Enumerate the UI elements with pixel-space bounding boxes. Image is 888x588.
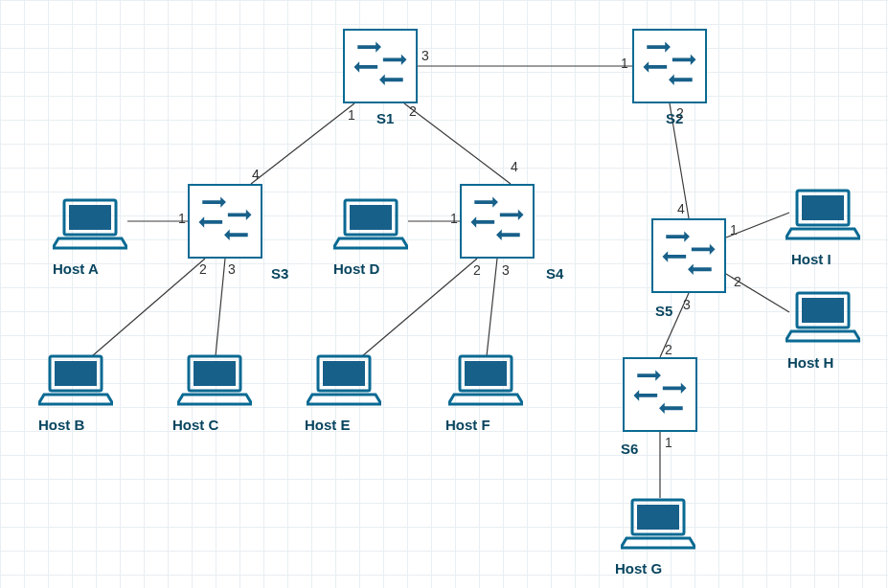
laptop-icon — [38, 352, 113, 408]
label-s1: S1 — [376, 110, 394, 126]
label-host-i: Host I — [791, 251, 831, 267]
switch-icon — [653, 220, 724, 291]
label-host-a: Host A — [53, 260, 99, 277]
port-label: 4 — [677, 201, 685, 216]
label-s3: S3 — [271, 265, 288, 282]
label-s6: S6 — [621, 441, 638, 457]
link-S1-S3 — [251, 103, 354, 184]
port-label: 1 — [348, 107, 355, 123]
port-label: 2 — [409, 103, 417, 119]
laptop-icon — [786, 289, 860, 345]
host-g — [621, 496, 695, 552]
host-d — [333, 196, 408, 252]
port-label: 2 — [676, 105, 684, 121]
link-S4-HostF — [487, 259, 497, 356]
port-label: 4 — [252, 167, 260, 182]
host-b — [38, 352, 113, 408]
switch-icon — [625, 359, 695, 430]
host-i — [786, 187, 860, 242]
svg-rect-17 — [802, 195, 844, 220]
port-label: 1 — [450, 211, 458, 226]
port-label: 2 — [473, 262, 481, 278]
port-label: 2 — [199, 261, 207, 277]
switch-s6 — [623, 357, 697, 432]
laptop-icon — [177, 352, 252, 408]
switch-s2 — [632, 29, 707, 103]
switch-s3 — [188, 184, 262, 259]
host-c — [177, 352, 252, 408]
laptop-icon — [307, 352, 381, 408]
label-host-h: Host H — [787, 354, 833, 371]
host-a — [53, 196, 127, 252]
host-h — [786, 289, 860, 345]
laptop-icon — [333, 196, 408, 252]
laptop-icon — [621, 496, 695, 552]
svg-rect-1 — [69, 205, 111, 230]
link-S1-S4 — [404, 103, 511, 184]
label-host-d: Host D — [333, 260, 379, 277]
host-f — [448, 352, 523, 408]
svg-rect-7 — [350, 205, 392, 230]
switch-icon — [190, 186, 261, 257]
host-e — [307, 352, 381, 408]
switch-icon — [634, 31, 705, 102]
switch-s4 — [460, 184, 535, 259]
port-label: 1 — [178, 211, 186, 226]
link-S3-HostB — [92, 259, 205, 356]
laptop-icon — [53, 196, 127, 252]
label-s5: S5 — [655, 303, 672, 319]
switch-icon — [462, 186, 533, 257]
label-host-f: Host F — [445, 417, 490, 433]
switch-icon — [345, 31, 416, 102]
port-label: 4 — [511, 159, 518, 174]
port-label: 1 — [621, 56, 628, 71]
laptop-icon — [786, 187, 860, 242]
switch-s1 — [343, 29, 418, 103]
port-label: 3 — [228, 261, 236, 277]
laptop-icon — [448, 352, 523, 408]
diagram-canvas: S1 S2 S3 S4 S5 S6 Host A Host B Host C H… — [0, 0, 888, 588]
port-label: 2 — [665, 342, 672, 357]
svg-rect-5 — [194, 361, 236, 386]
label-host-b: Host B — [38, 417, 84, 433]
port-label: 3 — [421, 48, 429, 63]
svg-rect-9 — [323, 361, 365, 386]
label-s4: S4 — [546, 265, 563, 282]
port-label: 1 — [665, 435, 672, 450]
svg-rect-3 — [55, 361, 97, 386]
svg-rect-11 — [465, 361, 507, 386]
port-label: 3 — [683, 297, 691, 312]
link-layer — [0, 0, 888, 588]
port-label: 1 — [730, 222, 738, 237]
label-host-c: Host C — [172, 417, 218, 433]
label-host-g: Host G — [615, 560, 662, 577]
port-label: 3 — [502, 262, 510, 278]
switch-s5 — [651, 218, 726, 293]
port-label: 2 — [734, 274, 741, 289]
label-host-e: Host E — [305, 417, 351, 433]
link-S3-HostC — [216, 259, 225, 356]
svg-rect-15 — [802, 298, 844, 323]
svg-rect-13 — [637, 505, 679, 530]
